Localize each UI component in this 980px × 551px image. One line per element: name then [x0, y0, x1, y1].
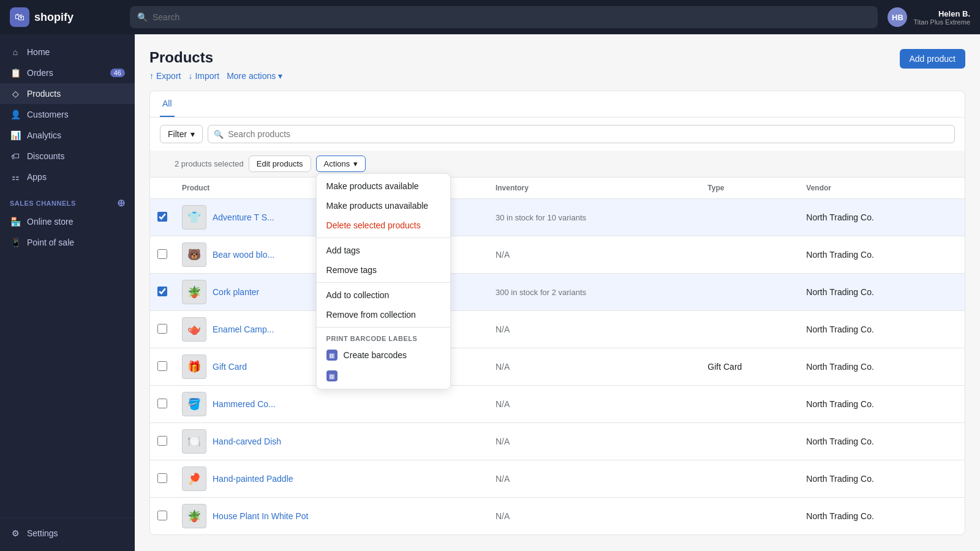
- product-cell: 🍽️ Hand-carved Dish: [182, 429, 451, 454]
- products-search-input[interactable]: [208, 125, 955, 143]
- product-link[interactable]: Hammered Co...: [213, 399, 276, 409]
- shopify-logo-icon: 🛍: [10, 7, 29, 27]
- user-name: Helen B.: [913, 9, 970, 18]
- table-row: 🏓 Hand-painted Paddle N/A North Trading …: [150, 460, 965, 498]
- sidebar-item-point-of-sale[interactable]: 📱 Point of sale: [0, 232, 135, 253]
- sidebar-item-apps[interactable]: ⚏ Apps: [0, 167, 135, 187]
- row-checkbox[interactable]: [157, 212, 167, 222]
- dropdown-item-remove-collection[interactable]: Remove from collection: [317, 305, 450, 324]
- app-body: ⌂ Home 📋 Orders 46 ◇ Products 👤 Customer…: [0, 34, 980, 551]
- row-vendor-cell: North Trading Co.: [799, 460, 965, 498]
- vendor-value: North Trading Co.: [806, 250, 874, 260]
- row-type-cell: [700, 460, 799, 498]
- user-area: HB Helen B. Titan Plus Extreme: [888, 7, 970, 27]
- card-tabs: All: [150, 91, 965, 118]
- tab-all[interactable]: All: [160, 91, 175, 117]
- vendor-value: North Trading Co.: [806, 287, 874, 297]
- row-status-cell: [459, 199, 488, 236]
- global-search-bar[interactable]: 🔍: [130, 6, 878, 28]
- actions-button[interactable]: Actions ▾: [316, 156, 366, 172]
- search-icon: 🔍: [214, 130, 224, 139]
- sidebar-item-settings[interactable]: ⚙ Settings: [0, 523, 135, 544]
- actions-chevron-icon: ▾: [353, 159, 358, 168]
- edit-products-button[interactable]: Edit products: [249, 156, 311, 172]
- row-checkbox-cell: [150, 311, 175, 348]
- filter-button[interactable]: Filter ▾: [160, 125, 203, 143]
- table-row: 🫖 Enamel Camp... N/A North Trading Co.: [150, 311, 965, 348]
- row-checkbox[interactable]: [157, 287, 167, 296]
- sidebar-item-discounts[interactable]: 🏷 Discounts: [0, 146, 135, 167]
- discounts-icon: 🏷: [10, 151, 21, 162]
- product-link[interactable]: House Plant In White Pot: [213, 511, 308, 521]
- row-inventory-cell: 30 in stock for 10 variants: [488, 199, 700, 236]
- row-checkbox-cell: [150, 236, 175, 274]
- row-checkbox[interactable]: [157, 399, 167, 408]
- row-checkbox[interactable]: [157, 436, 167, 446]
- product-link[interactable]: Enamel Camp...: [213, 324, 274, 334]
- row-checkbox[interactable]: [157, 511, 167, 520]
- chevron-down-icon: ▾: [278, 71, 282, 81]
- product-link[interactable]: Bear wood blo...: [213, 250, 274, 260]
- sidebar-item-orders[interactable]: 📋 Orders 46: [0, 62, 135, 83]
- add-product-button[interactable]: Add product: [900, 49, 966, 69]
- type-value: Gift Card: [707, 362, 742, 372]
- import-icon: ↓: [188, 71, 192, 81]
- row-checkbox-cell: [150, 460, 175, 498]
- row-vendor-cell: North Trading Co.: [799, 348, 965, 386]
- inventory-value: 300 in stock for 2 variants: [496, 288, 586, 297]
- dropdown-item-create-barcodes[interactable]: ▦: [317, 365, 450, 386]
- vendor-value: North Trading Co.: [806, 474, 874, 484]
- vendor-value: North Trading Co.: [806, 362, 874, 372]
- table-row: 🍽️ Hand-carved Dish N/A North Trading Co…: [150, 423, 965, 460]
- add-channel-icon[interactable]: ⊕: [117, 197, 126, 209]
- row-status-cell: [459, 498, 488, 535]
- row-inventory-cell: N/A: [488, 236, 700, 274]
- toolbar: Filter ▾ 🔍: [150, 118, 965, 151]
- export-link[interactable]: ↑ Export: [149, 71, 181, 81]
- vendor-value: North Trading Co.: [806, 399, 874, 409]
- sidebar: ⌂ Home 📋 Orders 46 ◇ Products 👤 Customer…: [0, 34, 135, 551]
- more-actions-link[interactable]: More actions ▾: [227, 71, 282, 81]
- row-checkbox[interactable]: [157, 361, 167, 371]
- actions-button-wrap: Actions ▾ Make products available Make p…: [316, 156, 366, 172]
- row-vendor-cell: North Trading Co.: [799, 311, 965, 348]
- home-icon: ⌂: [10, 47, 21, 58]
- dropdown-item-print-barcode[interactable]: ▦ Create barcodes: [317, 345, 450, 365]
- product-cell: 🪴 House Plant In White Pot: [182, 504, 451, 528]
- row-type-cell: [700, 199, 799, 236]
- product-link[interactable]: Hand-carved Dish: [213, 437, 281, 446]
- product-thumb: 🎁: [182, 354, 206, 379]
- sidebar-item-home[interactable]: ⌂ Home: [0, 42, 135, 62]
- row-status-cell: [459, 348, 488, 386]
- dropdown-item-add-collection[interactable]: Add to collection: [317, 285, 450, 305]
- global-search-input[interactable]: [153, 12, 870, 22]
- th-type: Type: [700, 178, 799, 199]
- sidebar-item-customers[interactable]: 👤 Customers: [0, 104, 135, 125]
- sales-channels-label: SALES CHANNELS: [10, 200, 76, 207]
- dropdown-item-make-available[interactable]: Make products available: [317, 176, 450, 196]
- product-thumb: 🪴: [182, 280, 206, 304]
- row-checkbox[interactable]: [157, 473, 167, 483]
- dropdown-item-add-tags[interactable]: Add tags: [317, 241, 450, 260]
- main-content: Products ↑ Export ↓ Import More actions …: [135, 34, 980, 551]
- sidebar-item-products[interactable]: ◇ Products: [0, 83, 135, 104]
- dropdown-item-delete[interactable]: Delete selected products: [317, 216, 450, 235]
- row-checkbox[interactable]: [157, 324, 167, 334]
- row-checkbox-cell: [150, 386, 175, 423]
- product-link[interactable]: Hand-painted Paddle: [213, 474, 293, 484]
- dropdown-item-make-unavailable[interactable]: Make products unavailable: [317, 196, 450, 216]
- sidebar-item-analytics[interactable]: 📊 Analytics: [0, 125, 135, 146]
- vendor-value: North Trading Co.: [806, 324, 874, 334]
- product-link[interactable]: Adventure T S...: [213, 212, 274, 222]
- row-product-cell: 🍽️ Hand-carved Dish: [175, 423, 459, 460]
- import-link[interactable]: ↓ Import: [188, 71, 219, 81]
- product-thumb: 🪣: [182, 392, 206, 416]
- product-link[interactable]: Gift Card: [213, 362, 247, 372]
- row-checkbox-cell: [150, 348, 175, 386]
- row-checkbox[interactable]: [157, 249, 167, 259]
- dropdown-item-remove-tags[interactable]: Remove tags: [317, 260, 450, 280]
- product-link[interactable]: Cork planter: [213, 287, 259, 297]
- sidebar-item-label: Discounts: [27, 151, 64, 161]
- sidebar-item-online-store[interactable]: 🏪 Online store: [0, 211, 135, 232]
- row-checkbox-cell: [150, 423, 175, 460]
